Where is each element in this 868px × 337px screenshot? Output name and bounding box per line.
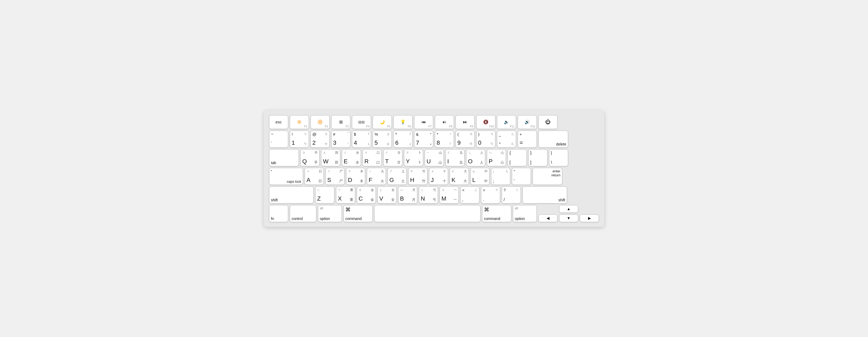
key-b[interactable]: ㄩ 月 B 月	[398, 187, 417, 203]
key-1[interactable]: ! ㄅ 1 ㄅ	[290, 131, 309, 148]
f2-key[interactable]: 🔆 F2	[310, 115, 330, 129]
key-4[interactable]: $ \ 4 \	[352, 131, 371, 148]
esc-key[interactable]: esc	[269, 115, 288, 129]
f12-key[interactable]: 🔊 F12	[518, 115, 537, 129]
key-j[interactable]: ㄨ 十 J 十	[429, 168, 448, 185]
key-w[interactable]: ㄊ 田 W 田	[321, 149, 340, 166]
key-d[interactable]: ㄎ 木 D 木	[346, 168, 365, 185]
key-i[interactable]: ㄛ 戈 I 戈	[445, 149, 465, 166]
key-5-main: 5	[374, 139, 378, 146]
key-y-zh2: ㄗ	[406, 150, 409, 155]
f6-key[interactable]: 💡 F6	[393, 115, 412, 129]
key-c[interactable]: ㄖ 金 C 金	[357, 187, 376, 203]
f11-key[interactable]: 🔉 F11	[497, 115, 516, 129]
key-semicolon[interactable]: : ㄤ ;	[491, 168, 510, 185]
key-k[interactable]: ㄜ 大 K 大	[450, 168, 469, 185]
key-u-zh: 山	[439, 150, 442, 155]
key-h[interactable]: ㄘ 竹 H 竹	[408, 168, 427, 185]
shift-left-key[interactable]: shift	[269, 187, 314, 203]
key-s-zh3: 尸	[339, 179, 343, 184]
alt-right-key[interactable]: alt option	[513, 205, 537, 222]
arrow-top-row: ▲	[538, 205, 599, 213]
capslock-key[interactable]: • caps lock	[269, 168, 303, 185]
key-6[interactable]: ^ / 6 /	[393, 131, 412, 148]
key-minus[interactable]: _ ㄦ - ㄦ	[497, 131, 516, 148]
key-q[interactable]: ㄆ 手 Q 手	[301, 149, 319, 166]
key-z-main: Z	[317, 195, 320, 202]
delete-key[interactable]: delete	[538, 131, 568, 148]
alt-left-top: alt	[320, 206, 323, 210]
space-key[interactable]	[374, 205, 480, 222]
arrow-left-key[interactable]: ◀	[538, 215, 558, 222]
key-o-main: O	[468, 158, 472, 165]
key-m[interactable]: ㄡ 一 M 一	[440, 187, 459, 203]
key-x[interactable]: ㄒ 重 X 重	[336, 187, 355, 203]
key-a[interactable]: ㄇ 日 A 日	[305, 168, 324, 185]
key-lbracket[interactable]: { [	[507, 149, 527, 166]
enter-key[interactable]: enter return	[532, 168, 562, 185]
key-period[interactable]: > ㄗ .	[481, 187, 500, 203]
arrow-down-key[interactable]: ▼	[559, 215, 578, 222]
key-y[interactable]: ㄗ 卜 Y 卜	[404, 149, 423, 166]
key-3[interactable]: # ˇ 3 ˇ	[331, 131, 350, 148]
key-p[interactable]: ㄣ 心 P 心	[487, 149, 506, 166]
key-2-top: @	[312, 132, 316, 136]
key-7-top: &	[416, 132, 418, 136]
key-7[interactable]: & • 7 •	[414, 131, 433, 148]
key-z[interactable]: ㄈ Z	[315, 187, 334, 203]
power-key[interactable]: ⏻	[538, 115, 558, 129]
key-rbracket[interactable]: } ]	[528, 149, 548, 166]
key-quote[interactable]: " '	[512, 168, 531, 185]
f10-key[interactable]: 🔇 F10	[476, 115, 495, 129]
key-rbracket-bottom: ]	[530, 160, 531, 165]
f9-key[interactable]: ⏭ F9	[456, 115, 475, 129]
f11-label: F11	[510, 125, 515, 128]
fn-key[interactable]: fn	[269, 205, 288, 222]
tilde-key[interactable]: ~ `	[269, 131, 288, 148]
shift-right-label: shift	[558, 198, 565, 202]
key-f[interactable]: ㄑ 火 F 火	[367, 168, 386, 185]
key-equal[interactable]: + =	[518, 131, 537, 148]
key-g-zh2: ㄕ	[390, 169, 393, 174]
f3-key[interactable]: ⊞ F3	[331, 115, 350, 129]
key-slash[interactable]: ? ㄈ /	[502, 187, 521, 203]
key-0[interactable]: ) ㄢ 0 ㄢ	[476, 131, 495, 148]
key-6-main: 6	[395, 139, 398, 146]
key-e[interactable]: ㄍ 水 E 水	[342, 149, 361, 166]
key-r[interactable]: ㄐ 口 R 口	[363, 149, 382, 166]
key-u[interactable]: ㄧ 山 U 山	[425, 149, 444, 166]
key-s[interactable]: ㄋ 尸 S 尸	[326, 168, 344, 185]
f6-label: F6	[408, 125, 411, 128]
arrow-right-key[interactable]: ▶	[580, 215, 599, 222]
key-l[interactable]: ㄠ 中 L 中	[470, 168, 490, 185]
f8-key[interactable]: ⏯ F8	[435, 115, 454, 129]
key-2[interactable]: @ ㄉ 2 ㄉ	[310, 131, 330, 148]
key-e-zh: 水	[356, 150, 359, 155]
key-n[interactable]: ㄥ 弓 N 弓	[419, 187, 438, 203]
alt-left-key[interactable]: alt option	[318, 205, 342, 222]
f7-key[interactable]: ⏮ F7	[414, 115, 433, 129]
key-k-zh2: ㄜ	[452, 169, 455, 174]
arrow-up-key[interactable]: ▲	[559, 205, 578, 213]
f4-key[interactable]: ⊟⊟ F4	[352, 115, 371, 129]
key-o[interactable]: ㄟ 人 O 人	[466, 149, 485, 166]
control-key[interactable]: control	[290, 205, 316, 222]
tab-key[interactable]: tab	[269, 149, 299, 166]
key-8[interactable]: * ㄚ 8 ㄚ	[435, 131, 454, 148]
key-v[interactable]: ㄙ 女 V 女	[377, 187, 397, 203]
command-left-key[interactable]: ⌘ command	[343, 205, 373, 222]
f4-icon: ⊟⊟	[358, 120, 365, 124]
key-backslash[interactable]: | \	[549, 149, 568, 166]
f1-key[interactable]: 🔅 F1	[290, 115, 309, 129]
key-p-zh: 心	[501, 150, 504, 155]
key-g[interactable]: ㄕ 土 G 土	[388, 168, 407, 185]
bottom-row: fn control alt option ⌘ command	[269, 205, 599, 222]
key-9[interactable]: ( ㄞ 9 ㄞ	[456, 131, 475, 148]
f5-key[interactable]: 🌙 F5	[373, 115, 392, 129]
command-right-key[interactable]: ⌘ command	[482, 205, 511, 222]
shift-right-key[interactable]: shift	[522, 187, 567, 203]
key-comma[interactable]: < ㄙ ,	[460, 187, 479, 203]
key-5[interactable]: % ㄓ 5 ㄓ	[373, 131, 392, 148]
key-t[interactable]: ㄔ 廿 T 廿	[383, 149, 402, 166]
key-6-top: ^	[395, 132, 397, 136]
